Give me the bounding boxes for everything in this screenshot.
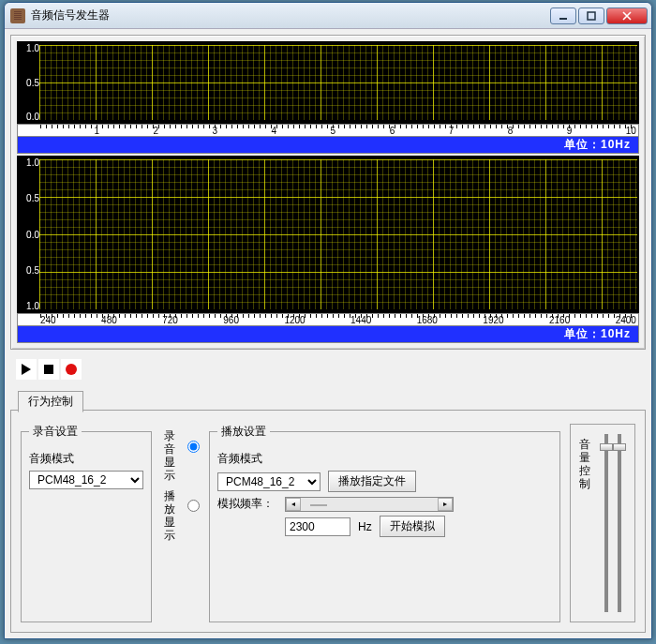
play-icon <box>22 364 31 375</box>
record-display-row <box>187 441 200 453</box>
app-window: 音频信号发生器 1.0 0.5 0.0 1 2 3 4 <box>4 2 652 639</box>
record-legend: 录音设置 <box>29 424 82 440</box>
transport-controls <box>16 359 646 380</box>
xtick: 8 <box>508 126 514 137</box>
xtick: 1200 <box>284 315 305 326</box>
charts-panel: 1.0 0.5 0.0 1 2 3 4 5 6 7 8 9 10 单位：10Hz <box>10 35 646 350</box>
chart-top-yaxis: 1.0 0.5 0.0 <box>19 43 39 122</box>
xtick: 4 <box>272 126 277 137</box>
ytick: 1.0 <box>19 43 39 53</box>
ytick: 0.0 <box>19 112 39 122</box>
ytick: 0.5 <box>19 193 39 203</box>
svg-rect-0 <box>559 18 567 20</box>
client-area: 1.0 0.5 0.0 1 2 3 4 5 6 7 8 9 10 单位：10Hz <box>5 29 651 638</box>
slider-thumb[interactable] <box>613 443 626 451</box>
stop-button[interactable] <box>38 359 59 380</box>
start-sim-button[interactable]: 开始模拟 <box>380 516 445 537</box>
scroll-thumb[interactable] <box>310 504 327 506</box>
chart-top-plot[interactable] <box>39 45 637 120</box>
volume-group: 音量控制 <box>570 424 635 622</box>
xtick: 9 <box>567 126 573 137</box>
freq-unit: Hz <box>358 520 372 533</box>
record-mode-select[interactable]: PCM48_16_2 <box>29 471 143 489</box>
xtick: 480 <box>101 315 117 326</box>
play-mode-select[interactable]: PCM48_16_2 <box>217 472 321 491</box>
ytick: 0.5 <box>19 78 39 88</box>
xtick: 7 <box>449 126 455 137</box>
svg-rect-1 <box>588 12 595 20</box>
display-mode-group: 录音显示 播放显示 <box>161 429 178 622</box>
xtick: 6 <box>390 126 395 137</box>
play-legend: 播放设置 <box>217 424 270 440</box>
xtick: 2 <box>154 126 159 137</box>
minimize-button[interactable] <box>550 7 576 24</box>
slider-thumb[interactable] <box>600 443 613 451</box>
record-button[interactable] <box>61 359 82 380</box>
play-mode-label: 音频模式 <box>217 451 277 467</box>
maximize-button[interactable] <box>578 7 604 24</box>
volume-sliders <box>597 434 629 612</box>
play-display-radio[interactable] <box>187 500 200 512</box>
play-display-row <box>187 500 200 512</box>
chart-bottom-ruler: 240 480 720 960 1200 1440 1680 1920 2160… <box>17 313 639 326</box>
ytick: 1.0 <box>19 157 39 168</box>
volume-slider-left[interactable] <box>604 434 608 612</box>
scroll-left-icon[interactable]: ◂ <box>286 498 301 511</box>
volume-slider-right[interactable] <box>618 434 621 612</box>
xtick: 1680 <box>417 315 438 326</box>
xtick: 5 <box>331 126 336 137</box>
tab-behavior[interactable]: 行为控制 <box>18 391 83 412</box>
display-mode-radios <box>187 441 200 622</box>
xtick: 2400 <box>616 315 636 326</box>
record-icon <box>66 364 77 375</box>
chart-bottom-yaxis: 1.0 0.5 0.0 0.5 1.0 <box>19 157 39 311</box>
xtick: 960 <box>223 315 239 326</box>
window-title: 音频信号发生器 <box>31 7 550 23</box>
xtick: 10 <box>626 126 636 137</box>
ytick: 1.0 <box>19 301 39 311</box>
xtick: 720 <box>162 315 178 326</box>
chart-bottom-unit: 单位：10Hz <box>17 326 639 343</box>
play-file-button[interactable]: 播放指定文件 <box>328 471 416 492</box>
sim-freq-scrollbar[interactable]: ◂ ▸ <box>285 497 454 512</box>
xtick: 1440 <box>350 315 371 326</box>
xtick: 1920 <box>483 315 503 326</box>
record-display-radio[interactable] <box>187 441 200 453</box>
xtick: 3 <box>213 126 218 137</box>
chart-top-ruler: 1 2 3 4 5 6 7 8 9 10 <box>17 124 639 137</box>
titlebar[interactable]: 音频信号发生器 <box>5 3 651 29</box>
app-icon <box>10 8 25 23</box>
xtick: 2160 <box>549 315 570 326</box>
ytick: 0.5 <box>19 265 39 276</box>
xtick: 1 <box>94 126 99 137</box>
scroll-right-icon[interactable]: ▸ <box>438 498 453 511</box>
xtick: 240 <box>40 315 56 326</box>
play-button[interactable] <box>16 359 37 380</box>
freq-input[interactable] <box>285 517 350 536</box>
play-display-vlabel: 播放显示 <box>161 489 178 542</box>
record-display-vlabel: 录音显示 <box>161 429 178 482</box>
record-settings-group: 录音设置 音频模式 PCM48_16_2 <box>21 424 152 622</box>
sim-freq-label: 模拟频率： <box>217 496 277 512</box>
play-settings-group: 播放设置 音频模式 PCM48_16_2 播放指定文件 模拟频率： ◂ <box>209 424 560 622</box>
chart-top-unit: 单位：10Hz <box>17 137 639 154</box>
tab-body: 录音设置 音频模式 PCM48_16_2 录音显示 播放显示 <box>10 410 646 633</box>
stop-icon <box>44 365 53 374</box>
tab-panel: 行为控制 录音设置 音频模式 PCM48_16_2 录音显示 播放显示 <box>10 393 646 633</box>
ytick: 0.0 <box>19 230 39 240</box>
volume-vlabel: 音量控制 <box>576 438 593 490</box>
chart-top: 1.0 0.5 0.0 <box>17 41 639 124</box>
chart-bottom: 1.0 0.5 0.0 0.5 1.0 <box>17 156 639 313</box>
close-button[interactable] <box>606 7 648 24</box>
record-mode-label: 音频模式 <box>29 451 143 467</box>
chart-bottom-plot[interactable] <box>39 159 637 309</box>
